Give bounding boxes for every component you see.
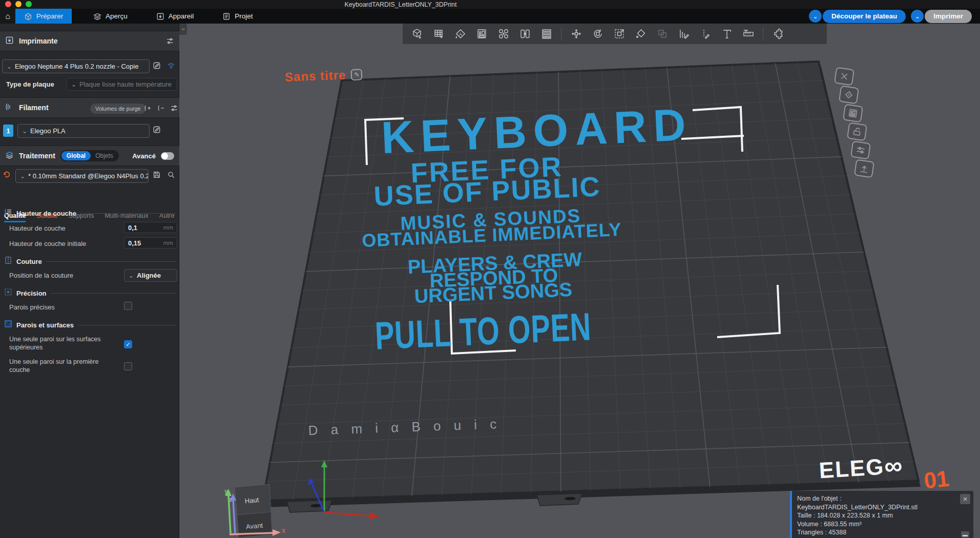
object-info-panel: Nom de l'objet : KeyboardTARDIS_LetterON… <box>790 491 973 538</box>
edit-filament-icon[interactable] <box>153 126 161 134</box>
add-model-icon[interactable] <box>409 26 426 43</box>
tab-appareil[interactable]: Appareil <box>149 9 201 24</box>
chevron-down-icon: ⌄ <box>812 13 818 20</box>
filament-spool-icon <box>5 102 14 113</box>
save-preset-icon[interactable] <box>153 171 161 179</box>
precise-walls-checkbox[interactable] <box>124 302 132 310</box>
single-wall-first-layer-label: Une seule paroi sur la première couche <box>9 358 114 374</box>
filament-settings-icon[interactable] <box>170 104 178 112</box>
top-actions: ⌄ Découper le plateau ⌄ Imprimer <box>809 9 980 24</box>
traffic-minimize-icon[interactable] <box>15 1 22 7</box>
walls-section-header: Parois et surfaces <box>4 320 176 330</box>
plate-name[interactable]: Sans titre ✎ <box>285 67 363 84</box>
traffic-zoom-icon[interactable] <box>26 1 32 7</box>
scale-tool-icon[interactable] <box>611 26 628 43</box>
printer-select[interactable]: ⌄ Elegoo Neptune 4 Plus 0.2 nozzle - Cop… <box>2 59 150 73</box>
advanced-toggle[interactable] <box>161 152 174 160</box>
plate-adjust-icon[interactable] <box>850 141 871 160</box>
variable-layer-height-icon[interactable] <box>675 26 692 43</box>
print-split-button: ⌄ Imprimer <box>911 10 972 23</box>
printer-section-header: Imprimante <box>0 31 179 51</box>
lay-on-face-icon[interactable] <box>632 26 649 43</box>
plate-arrange-icon[interactable]: A <box>839 86 859 105</box>
rotate-tool-icon[interactable] <box>589 26 606 43</box>
tab-apercu[interactable]: Aperçu <box>86 9 135 24</box>
single-wall-first-layer-checkbox[interactable] <box>124 362 132 370</box>
single-wall-top-checkbox[interactable]: ✓ <box>124 340 132 348</box>
project-icon <box>222 12 231 20</box>
plate-delete-icon[interactable] <box>834 67 854 86</box>
initial-layer-height-label: Hauteur de couche initiale <box>9 240 86 247</box>
layer-height-label: Hauteur de couche <box>9 224 66 232</box>
object-triangles: Triangles : 45388 <box>797 528 956 537</box>
preview-icon <box>93 12 101 20</box>
plate-layout-icon[interactable] <box>843 104 863 123</box>
object-size: Taille : 184.028 x 223.528 x 1 mm <box>797 511 956 520</box>
seam-position-select[interactable]: ⌄ Alignée <box>124 269 177 282</box>
plate-eject-icon[interactable] <box>854 159 874 178</box>
filament-name: Elegoo PLA <box>30 127 66 135</box>
filament-slot-badge: 1 <box>3 125 13 137</box>
tab-preparer[interactable]: Préparer <box>15 9 72 24</box>
layer-sequence-icon[interactable] <box>538 26 555 43</box>
split-to-parts-icon[interactable] <box>516 26 533 43</box>
minimize-icon <box>963 535 968 536</box>
slice-split-button: ⌄ Découper le plateau <box>809 10 906 23</box>
add-filament-icon[interactable] <box>143 104 152 112</box>
assembly-view-icon[interactable] <box>769 26 786 43</box>
traffic-close-icon[interactable] <box>5 1 11 7</box>
layer-height-input[interactable]: 0,1 mm <box>124 222 177 233</box>
info-collapse-button[interactable] <box>961 531 969 537</box>
advanced-label: Avancé <box>132 152 156 160</box>
process-preset-select[interactable]: ⌄ * 0.10mm Standard @Elegoo N4Plus 0.2 n… <box>15 169 149 183</box>
titlebar: KeyboardTARDIS_LetterONLY_3DPrint <box>0 0 980 9</box>
scope-global[interactable]: Global <box>61 151 91 160</box>
info-close-button[interactable]: ✕ <box>960 494 970 504</box>
process-scope-switch[interactable]: Global Objets <box>60 150 119 161</box>
home-button[interactable]: ⌂ <box>0 9 15 24</box>
object-name: Nom de l'objet : KeyboardTARDIS_LetterON… <box>797 494 956 511</box>
remove-filament-icon[interactable] <box>157 104 165 112</box>
scope-objects[interactable]: Objets <box>91 152 118 159</box>
slice-plate-button[interactable]: Découper le plateau <box>823 10 906 23</box>
move-tool-icon[interactable] <box>568 26 585 43</box>
add-plate-icon[interactable] <box>430 26 447 43</box>
toolbar-separator <box>561 27 561 40</box>
plate-lock-icon[interactable] <box>847 122 867 141</box>
plate-layout-icon[interactable] <box>473 26 490 43</box>
precision-icon <box>4 288 12 298</box>
print-button[interactable]: Imprimer <box>925 10 972 23</box>
plate-type-value: Plaque lisse haute température <box>79 80 172 88</box>
measure-tool-icon[interactable] <box>740 26 757 43</box>
filament-section-header: Filament Volumes de purge <box>0 97 179 118</box>
plate-name-label: Sans titre <box>285 68 346 84</box>
wifi-icon[interactable] <box>167 61 175 70</box>
plate-type-label: Type de plaque <box>6 80 54 88</box>
auto-arrange-icon[interactable]: A <box>452 26 469 43</box>
undo-preset-icon[interactable] <box>3 171 11 179</box>
prepare-icon <box>24 12 32 20</box>
plate-number: 01 <box>923 466 950 494</box>
printer-name: Elegoo Neptune 4 Plus 0.2 nozzle - Copie <box>15 63 138 70</box>
printer-settings-icon[interactable] <box>166 37 174 45</box>
seam-painting-icon[interactable] <box>697 26 714 43</box>
initial-layer-height-input[interactable]: 0,15 mm <box>124 237 177 249</box>
elegoo-logo: ELEG∞ <box>818 450 903 485</box>
search-settings-icon[interactable] <box>167 171 175 179</box>
seam-position-value: Alignée <box>137 272 161 279</box>
purge-volumes-button[interactable]: Volumes de purge <box>90 104 146 114</box>
seam-section-header: Couture <box>4 256 176 266</box>
tab-projet[interactable]: Projet <box>215 9 260 24</box>
edit-printer-icon[interactable] <box>153 61 161 70</box>
plate-type-select[interactable]: ⌄ Plaque lisse haute température <box>67 78 177 91</box>
filament-section-title: Filament <box>19 104 49 112</box>
print-options-button[interactable]: ⌄ <box>911 10 924 23</box>
process-section-title: Traitement <box>19 152 55 160</box>
layer-height-section-header: Hauteur de couche <box>4 208 176 218</box>
slice-options-button[interactable]: ⌄ <box>809 10 822 23</box>
text-tool-icon[interactable] <box>718 26 735 43</box>
filament-select[interactable]: ⌄ Elegoo PLA <box>17 124 150 138</box>
sidebar-collapse-handle[interactable]: ‹› <box>179 24 187 35</box>
split-to-objects-icon[interactable] <box>495 26 512 43</box>
edit-plate-name-icon[interactable]: ✎ <box>351 69 363 80</box>
